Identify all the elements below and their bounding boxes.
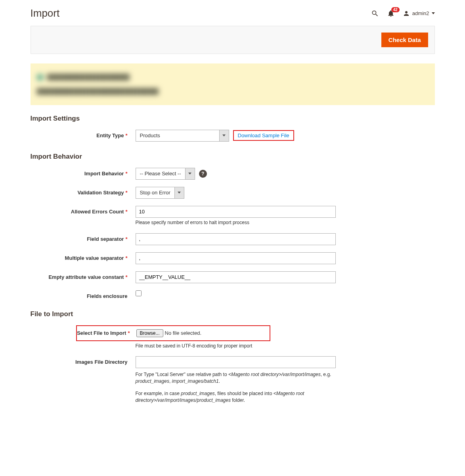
allowed-errors-input[interactable] bbox=[136, 206, 336, 218]
images-dir-input[interactable] bbox=[136, 356, 336, 368]
import-behavior-select[interactable]: -- Please Select -- bbox=[136, 168, 195, 180]
file-status-text: No file selected. bbox=[165, 330, 202, 336]
select-file-highlight: Select File to Import* Browse... No file… bbox=[76, 325, 270, 341]
images-dir-note-1: For Type "Local Server" use relative pat… bbox=[136, 371, 334, 385]
user-menu[interactable]: admin2 bbox=[403, 10, 435, 17]
chevron-down-icon bbox=[174, 187, 184, 198]
search-icon[interactable] bbox=[371, 10, 379, 17]
entity-type-label: Entity Type* bbox=[31, 130, 136, 138]
validation-strategy-select[interactable]: Stop on Error bbox=[136, 187, 184, 199]
images-dir-label: Images File Directory bbox=[31, 356, 136, 365]
section-import-settings: Import Settings Entity Type* Products Do… bbox=[31, 115, 435, 142]
select-file-label: Select File to Import* bbox=[77, 330, 136, 336]
user-icon bbox=[403, 10, 410, 17]
validation-strategy-label: Validation Strategy* bbox=[31, 187, 136, 196]
empty-const-input[interactable] bbox=[136, 271, 336, 283]
import-behavior-label: Import Behavior* bbox=[31, 168, 136, 177]
multi-separator-input[interactable] bbox=[136, 252, 336, 264]
page-header: Import 42 admin2 bbox=[31, 4, 435, 26]
chevron-down-icon bbox=[185, 168, 195, 179]
section-title: File to Import bbox=[31, 310, 435, 318]
field-separator-input[interactable] bbox=[136, 233, 336, 245]
chevron-down-icon bbox=[432, 12, 435, 14]
notice-banner: █████████████████████ ██████████████████… bbox=[31, 63, 435, 105]
browse-button[interactable]: Browse... bbox=[136, 329, 163, 337]
section-file-to-import: File to Import Select File to Import* Br… bbox=[31, 310, 435, 404]
fields-enclosure-checkbox[interactable] bbox=[136, 290, 142, 296]
empty-const-label: Empty attribute value constant* bbox=[31, 271, 136, 280]
section-title: Import Settings bbox=[31, 115, 435, 123]
check-data-button[interactable]: Check Data bbox=[381, 33, 428, 47]
user-name-label: admin2 bbox=[412, 10, 429, 16]
notifications-icon[interactable]: 42 bbox=[387, 10, 395, 17]
images-dir-note-2: For example, in case product_images, fil… bbox=[136, 390, 334, 404]
help-icon[interactable]: ? bbox=[199, 170, 207, 178]
download-sample-link[interactable]: Download Sample File bbox=[238, 132, 289, 138]
allowed-errors-note: Please specify number of errors to halt … bbox=[136, 219, 249, 226]
select-file-note: File must be saved in UTF-8 encoding for… bbox=[136, 343, 253, 349]
notification-count-badge: 42 bbox=[391, 7, 400, 12]
chevron-down-icon bbox=[219, 130, 229, 141]
download-sample-highlight: Download Sample File bbox=[233, 130, 294, 141]
entity-type-select[interactable]: Products bbox=[136, 130, 229, 142]
multi-separator-label: Multiple value separator* bbox=[31, 252, 136, 261]
allowed-errors-label: Allowed Errors Count* bbox=[31, 206, 136, 215]
fields-enclosure-label: Fields enclosure bbox=[31, 290, 136, 299]
actions-bar: Check Data bbox=[31, 26, 435, 54]
field-separator-label: Field separator* bbox=[31, 233, 136, 242]
section-import-behavior: Import Behavior Import Behavior* -- Plea… bbox=[31, 153, 435, 299]
section-title: Import Behavior bbox=[31, 153, 435, 161]
page-title: Import bbox=[31, 7, 60, 19]
